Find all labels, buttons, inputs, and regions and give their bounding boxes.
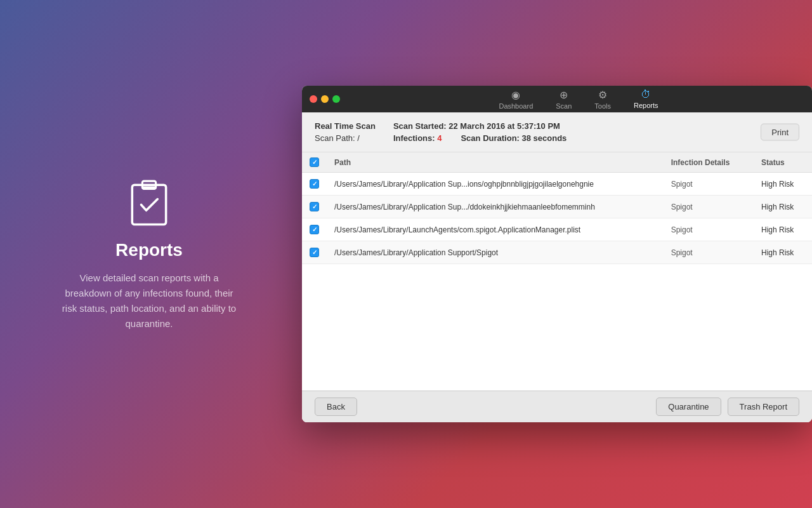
nav-label-tools: Tools bbox=[594, 102, 611, 110]
table-row: /Users/James/Library/Application Support… bbox=[302, 241, 812, 264]
scan-path-row: Scan Path: / bbox=[315, 133, 376, 143]
header-path: Path bbox=[327, 152, 664, 173]
clipboard-icon bbox=[124, 177, 174, 227]
table-body: /Users/James/Library/Application Sup...i… bbox=[302, 173, 812, 264]
titlebar: ◉ Dashboard ⊕ Scan ⚙ Tools ⏱ Reports bbox=[302, 86, 812, 112]
row-status-4: High Risk bbox=[754, 241, 812, 264]
scan-path-value: / bbox=[357, 133, 360, 143]
infections-label: Infections: bbox=[393, 133, 437, 143]
scan-info-bar: Real Time Scan Scan Path: / Scan Started… bbox=[302, 112, 812, 152]
nav-label-dashboard: Dashboard bbox=[499, 102, 533, 110]
nav-items: ◉ Dashboard ⊕ Scan ⚙ Tools ⏱ Reports bbox=[353, 86, 804, 112]
row-infection-4: Spigot bbox=[664, 241, 754, 264]
duration-value: 38 seconds bbox=[522, 133, 567, 143]
close-button[interactable] bbox=[310, 95, 317, 103]
header-checkbox-cell[interactable] bbox=[302, 152, 327, 173]
nav-label-reports: Reports bbox=[634, 102, 658, 109]
svg-rect-0 bbox=[132, 185, 166, 224]
row-infection-2: Spigot bbox=[664, 196, 754, 218]
duration-stat: Scan Duration: 38 seconds bbox=[461, 133, 566, 143]
back-button[interactable]: Back bbox=[315, 398, 357, 416]
nav-item-scan[interactable]: ⊕ Scan bbox=[546, 86, 582, 112]
maximize-button[interactable] bbox=[332, 95, 340, 103]
row-infection-3: Spigot bbox=[664, 218, 754, 241]
row-path-4: /Users/James/Library/Application Support… bbox=[327, 241, 664, 264]
select-all-checkbox[interactable] bbox=[310, 157, 319, 167]
scan-started-value: 22 March 2016 at 5:37:10 PM bbox=[449, 121, 560, 131]
dashboard-icon: ◉ bbox=[511, 89, 520, 101]
row-checkbox-1[interactable] bbox=[310, 179, 319, 189]
row-path-1: /Users/James/Library/Application Sup...i… bbox=[327, 173, 664, 196]
row-checkbox-cell-4[interactable] bbox=[302, 241, 327, 264]
row-checkbox-cell-1[interactable] bbox=[302, 173, 327, 196]
row-status-3: High Risk bbox=[754, 218, 812, 241]
trash-report-button[interactable]: Trash Report bbox=[728, 398, 799, 416]
scan-type-label: Real Time Scan bbox=[315, 121, 376, 131]
nav-label-scan: Scan bbox=[556, 102, 572, 110]
nav-item-dashboard[interactable]: ◉ Dashboard bbox=[488, 86, 543, 112]
row-checkbox-2[interactable] bbox=[310, 202, 319, 211]
row-checkbox-cell-2[interactable] bbox=[302, 196, 327, 218]
row-checkbox-4[interactable] bbox=[310, 248, 319, 257]
row-checkbox-3[interactable] bbox=[310, 225, 319, 234]
header-infection: Infection Details bbox=[664, 152, 754, 173]
footer: Back Quarantine Trash Report bbox=[302, 391, 812, 422]
row-infection-1: Spigot bbox=[664, 173, 754, 196]
traffic-lights bbox=[310, 95, 340, 103]
row-path-3: /Users/James/Library/LaunchAgents/com.sp… bbox=[327, 218, 664, 241]
app-window: ◉ Dashboard ⊕ Scan ⚙ Tools ⏱ Reports Rea… bbox=[302, 86, 812, 422]
tools-icon: ⚙ bbox=[598, 89, 607, 101]
table-header: Path Infection Details Status bbox=[302, 152, 812, 173]
nav-item-tools[interactable]: ⚙ Tools bbox=[584, 86, 621, 112]
header-status: Status bbox=[754, 152, 812, 173]
table-row: /Users/James/Library/Application Sup.../… bbox=[302, 196, 812, 218]
quarantine-button[interactable]: Quarantine bbox=[656, 398, 721, 416]
row-status-1: High Risk bbox=[754, 173, 812, 196]
table-row: /Users/James/Library/LaunchAgents/com.sp… bbox=[302, 218, 812, 241]
left-panel-title: Reports bbox=[115, 240, 183, 260]
scan-icon: ⊕ bbox=[560, 89, 568, 101]
scan-started-row: Scan Started: 22 March 2016 at 5:37:10 P… bbox=[393, 121, 799, 131]
row-status-2: High Risk bbox=[754, 196, 812, 218]
left-panel: Reports View detailed scan reports with … bbox=[0, 0, 298, 508]
scan-stats-row: Infections: 4 Scan Duration: 38 seconds bbox=[393, 133, 799, 143]
scan-info-left: Real Time Scan Scan Path: / bbox=[315, 121, 376, 143]
row-path-2: /Users/James/Library/Application Sup.../… bbox=[327, 196, 664, 218]
results-table-container: Path Infection Details Status /Users/Jam… bbox=[302, 152, 812, 391]
reports-icon: ⏱ bbox=[641, 89, 651, 100]
row-checkbox-cell-3[interactable] bbox=[302, 218, 327, 241]
footer-right-buttons: Quarantine Trash Report bbox=[656, 398, 799, 416]
scan-path-label: Scan Path: bbox=[315, 133, 355, 143]
infections-stat: Infections: 4 bbox=[393, 133, 442, 143]
duration-label: Scan Duration: bbox=[461, 133, 521, 143]
nav-item-reports[interactable]: ⏱ Reports bbox=[624, 86, 669, 112]
minimize-button[interactable] bbox=[321, 95, 329, 103]
scan-started-label: Scan Started: bbox=[393, 121, 449, 131]
scan-info-center: Scan Started: 22 March 2016 at 5:37:10 P… bbox=[381, 121, 799, 143]
print-button[interactable]: Print bbox=[761, 124, 799, 141]
results-table: Path Infection Details Status /Users/Jam… bbox=[302, 152, 812, 264]
infections-count: 4 bbox=[437, 133, 442, 143]
content-area: Real Time Scan Scan Path: / Scan Started… bbox=[302, 112, 812, 422]
table-row: /Users/James/Library/Application Sup...i… bbox=[302, 173, 812, 196]
left-panel-description: View detailed scan reports with a breakd… bbox=[60, 271, 238, 331]
